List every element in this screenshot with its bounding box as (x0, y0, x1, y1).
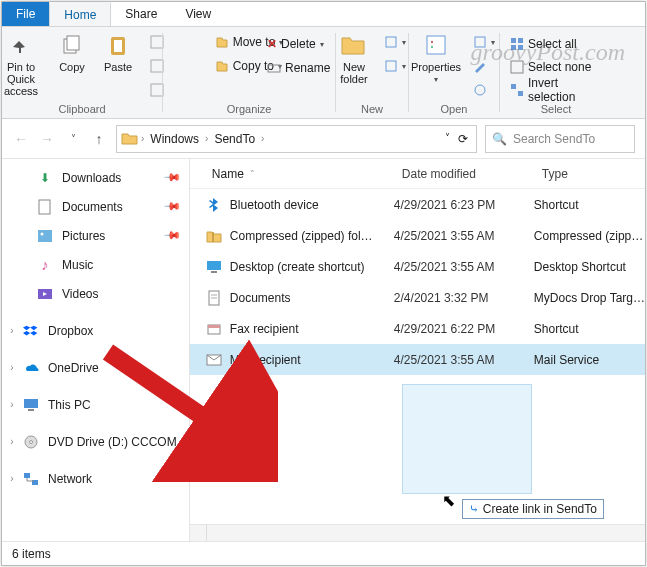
svg-rect-34 (207, 261, 221, 270)
address-dropdown[interactable]: ˅ (445, 132, 450, 146)
new-item-button[interactable]: ▾ (380, 31, 410, 53)
pictures-icon (36, 227, 54, 245)
sidebar-item-onedrive[interactable]: › OneDrive (2, 353, 189, 382)
svg-rect-28 (28, 409, 34, 411)
zip-icon (204, 226, 224, 246)
sidebar-item-videos[interactable]: Videos (2, 279, 189, 308)
invert-selection-button[interactable]: Invert selection (506, 79, 606, 101)
documents-icon (36, 198, 54, 216)
pin-icon: 📌 (162, 226, 181, 245)
tab-file[interactable]: File (2, 2, 49, 26)
tab-view[interactable]: View (171, 2, 225, 26)
col-name[interactable]: Name˄ (212, 167, 402, 181)
col-date[interactable]: Date modified (402, 167, 542, 181)
delete-icon: ✕ (267, 37, 277, 51)
item-count: 6 items (12, 547, 51, 561)
file-row[interactable]: Bluetooth device 4/29/2021 6:23 PM Short… (190, 189, 645, 220)
properties-icon (420, 31, 452, 59)
search-box[interactable]: 🔍 Search SendTo (485, 125, 635, 153)
sidebar-item-pictures[interactable]: Pictures📌 (2, 221, 189, 250)
select-all-icon (510, 37, 524, 51)
sidebar-item-downloads[interactable]: ⬇ Downloads📌 (2, 163, 189, 192)
file-row[interactable]: Mail recipient 4/25/2021 3:55 AM Mail Se… (190, 344, 645, 375)
svg-rect-8 (386, 37, 396, 47)
navbar: ← → ˅ ↑ › Windows › SendTo › ˅ ⟳ 🔍 Searc… (2, 119, 645, 159)
invert-icon (510, 83, 524, 97)
svg-rect-21 (518, 91, 523, 96)
file-row[interactable]: Compressed (zipped) fol… 4/25/2021 3:55 … (190, 220, 645, 251)
menubar: File Home Share View (2, 2, 645, 27)
horizontal-scrollbar[interactable] (190, 524, 645, 541)
svg-point-12 (431, 46, 433, 48)
back-button[interactable]: ← (12, 131, 30, 147)
svg-rect-10 (427, 36, 445, 54)
videos-icon (36, 285, 54, 303)
column-headers: Name˄ Date modified Type (190, 159, 645, 189)
rename-icon (267, 61, 281, 75)
expand-icon[interactable]: › (6, 473, 18, 484)
svg-point-11 (431, 41, 433, 43)
network-icon (22, 470, 40, 488)
file-explorer-window: File Home Share View groovyPost.com Pin … (1, 1, 646, 566)
svg-rect-31 (24, 473, 30, 478)
crumb-windows[interactable]: Windows (146, 132, 203, 146)
pin-to-quick-access-button[interactable]: Pin to Quick access (0, 31, 46, 97)
tab-share[interactable]: Share (111, 2, 171, 26)
up-button[interactable]: ↑ (90, 131, 108, 147)
desktop-icon (204, 257, 224, 277)
open-button[interactable]: ▾ (469, 31, 499, 53)
sidebar-item-dvd-drive[interactable]: › DVD Drive (D:) CCCOM (2, 427, 189, 456)
expand-icon[interactable]: › (6, 325, 18, 336)
paste-button[interactable]: Paste (98, 31, 138, 73)
sidebar-item-network[interactable]: › Network (2, 464, 189, 493)
downloads-icon: ⬇ (36, 169, 54, 187)
history-button[interactable] (469, 79, 499, 101)
easy-access-button[interactable]: ▾ (380, 55, 410, 77)
delete-button[interactable]: ✕ Delete▾ (263, 33, 328, 55)
svg-rect-18 (518, 45, 523, 50)
new-folder-button[interactable]: New folder (334, 31, 374, 85)
svg-rect-9 (386, 61, 396, 71)
rename-button[interactable]: Rename (263, 57, 334, 79)
svg-rect-13 (475, 37, 485, 47)
forward-button[interactable]: → (38, 131, 56, 147)
paste-icon (102, 31, 134, 59)
file-row[interactable]: Documents 2/4/2021 3:32 PM MyDocs Drop T… (190, 282, 645, 313)
expand-icon[interactable]: › (6, 399, 18, 410)
documents-icon (204, 288, 224, 308)
svg-rect-1 (67, 36, 79, 50)
address-bar[interactable]: › Windows › SendTo › ˅ ⟳ (116, 125, 477, 153)
expand-icon[interactable]: › (6, 362, 18, 373)
col-type[interactable]: Type (542, 167, 645, 181)
sidebar-item-documents[interactable]: Documents📌 (2, 192, 189, 221)
expand-icon[interactable]: › (6, 436, 18, 447)
copy-icon (56, 31, 88, 59)
navigation-pane[interactable]: ⬇ Downloads📌 Documents📌 Pictures📌 ♪ Musi… (2, 159, 190, 541)
tab-home[interactable]: Home (49, 2, 111, 26)
file-row[interactable]: Desktop (create shortcut) 4/25/2021 3:55… (190, 251, 645, 282)
sidebar-item-this-pc[interactable]: › This PC (2, 390, 189, 419)
group-clipboard: Pin to Quick access Copy Paste (2, 27, 162, 118)
fax-icon (204, 319, 224, 339)
properties-button[interactable]: Properties ▾ (409, 31, 463, 84)
svg-point-30 (30, 440, 33, 443)
ribbon: groovyPost.com Pin to Quick access Copy (2, 27, 645, 119)
sidebar-item-dropbox[interactable]: › Dropbox (2, 316, 189, 345)
group-select: Select all Select none Invert selection … (500, 27, 612, 118)
svg-point-14 (475, 85, 485, 95)
svg-rect-16 (518, 38, 523, 43)
file-row[interactable]: Fax recipient 4/29/2021 6:22 PM Shortcut (190, 313, 645, 344)
refresh-button[interactable]: ⟳ (458, 132, 468, 146)
edit-button[interactable] (469, 55, 499, 77)
bluetooth-icon (204, 195, 224, 215)
select-all-button[interactable]: Select all (506, 33, 581, 55)
crumb-sendto[interactable]: SendTo (210, 132, 259, 146)
drop-ghost (402, 384, 532, 494)
svg-rect-3 (114, 40, 122, 52)
svg-rect-7 (268, 65, 280, 72)
svg-rect-23 (38, 230, 52, 242)
sidebar-item-music[interactable]: ♪ Music (2, 250, 189, 279)
copy-button[interactable]: Copy (52, 31, 92, 73)
select-none-button[interactable]: Select none (506, 56, 595, 78)
recent-button[interactable]: ˅ (64, 133, 82, 144)
